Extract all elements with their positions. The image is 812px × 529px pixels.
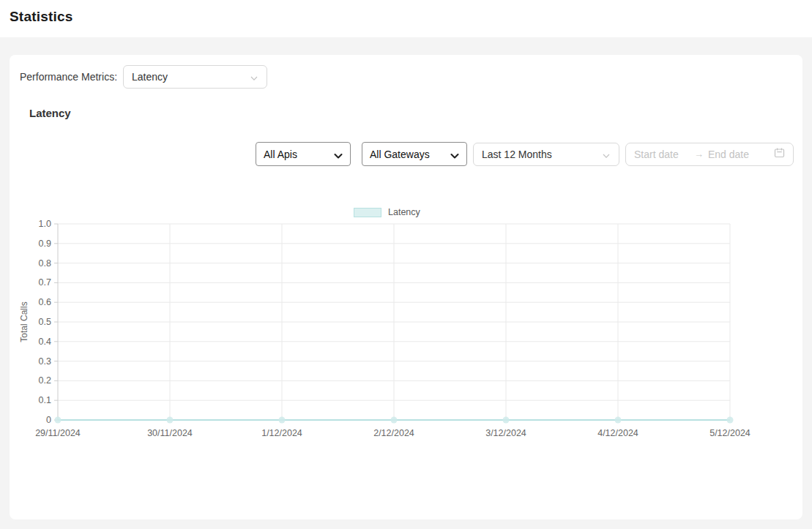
y-axis-title: Total Calls: [19, 301, 29, 342]
latency-chart-area: Latency 00.10.20.30.40.50.60.70.80.91.02…: [10, 207, 802, 446]
gateway-filter-select[interactable]: All Gateways: [362, 142, 467, 166]
gateway-filter-select-value: All Gateways: [370, 149, 430, 160]
x-tick-label: 1/12/2024: [261, 428, 302, 438]
range-arrow-icon: →: [694, 149, 704, 160]
chevron-down-icon: [602, 150, 611, 159]
period-filter-select-value: Last 12 Months: [482, 149, 552, 160]
y-tick-label: 0.9: [39, 239, 51, 249]
y-tick-label: 0.7: [39, 277, 51, 288]
x-tick-label: 2/12/2024: [373, 428, 414, 438]
data-point: [391, 417, 398, 424]
period-filter-select[interactable]: Last 12 Months: [473, 143, 619, 166]
page-title: Statistics: [10, 9, 802, 25]
data-point: [167, 417, 174, 424]
performance-metric-select-value: Latency: [132, 71, 168, 83]
y-tick-label: 0.3: [39, 356, 51, 367]
y-tick-label: 0.1: [39, 395, 51, 405]
data-point: [727, 417, 734, 424]
chevron-down-icon: [450, 150, 459, 159]
y-tick-label: 0.5: [39, 317, 51, 327]
start-date-placeholder[interactable]: Start date: [634, 149, 690, 160]
y-tick-label: 0.8: [39, 258, 51, 269]
legend-swatch: [354, 208, 381, 217]
x-tick-label: 29/11/2024: [35, 428, 81, 438]
data-point: [55, 417, 62, 424]
statistics-panel: Performance Metrics: Latency Latency All…: [10, 55, 802, 519]
chevron-down-icon: [334, 150, 343, 159]
data-point: [279, 417, 286, 424]
x-tick-label: 30/11/2024: [147, 428, 193, 438]
end-date-placeholder[interactable]: End date: [708, 149, 770, 160]
calendar-icon: [774, 147, 785, 161]
data-point: [615, 417, 622, 424]
y-tick-label: 0.4: [39, 337, 51, 347]
x-tick-label: 4/12/2024: [597, 428, 638, 438]
y-tick-label: 1.0: [39, 220, 51, 229]
x-tick-label: 5/12/2024: [709, 428, 750, 438]
filter-row: All Apis All Gateways Last 12 Months Sta…: [10, 142, 794, 166]
legend-label: Latency: [388, 207, 420, 217]
performance-metric-select[interactable]: Latency: [123, 65, 267, 89]
y-tick-label: 0: [46, 415, 51, 425]
latency-line-chart: 00.10.20.30.40.50.60.70.80.91.029/11/202…: [10, 220, 802, 443]
chart-plot: 00.10.20.30.40.50.60.70.80.91.029/11/202…: [10, 220, 802, 446]
data-point: [503, 417, 510, 424]
performance-metrics-label: Performance Metrics:: [20, 71, 117, 83]
y-tick-label: 0.2: [39, 375, 51, 386]
api-filter-select-value: All Apis: [264, 149, 297, 160]
y-tick-label: 0.6: [39, 297, 51, 307]
date-range-picker[interactable]: Start date → End date: [625, 143, 794, 166]
section-title: Latency: [29, 107, 802, 119]
metric-row: Performance Metrics: Latency: [10, 55, 802, 89]
api-filter-select[interactable]: All Apis: [256, 142, 351, 166]
x-tick-label: 3/12/2024: [485, 428, 526, 438]
legend-item-latency[interactable]: Latency: [354, 207, 802, 217]
content-background: Performance Metrics: Latency Latency All…: [0, 37, 812, 529]
page-header: Statistics: [0, 0, 812, 37]
chevron-down-icon: [250, 72, 258, 81]
